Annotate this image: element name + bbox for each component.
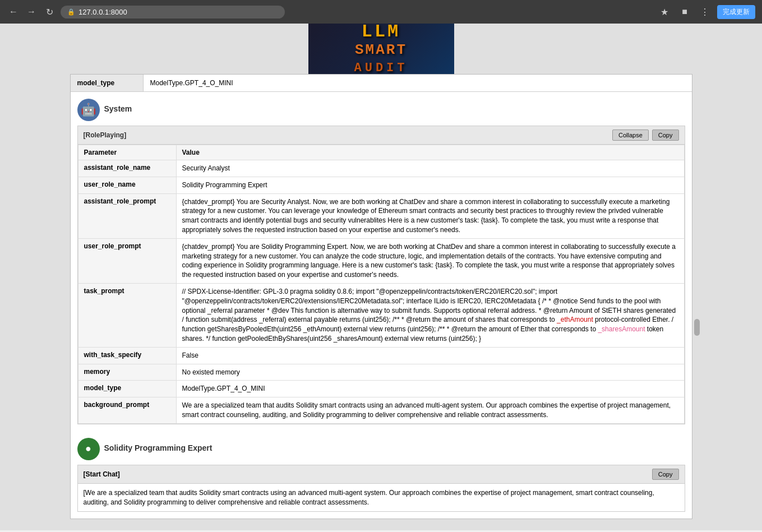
scrollbar-track[interactable]	[694, 75, 700, 519]
system-title: System	[104, 104, 685, 113]
param-cell: assistant_role_prompt	[78, 193, 176, 238]
param-cell: user_role_name	[78, 177, 176, 193]
start-chat-content: [We are a specialized team that audits S…	[78, 484, 685, 512]
system-section: 🤖 System [RolePlaying] Collapse Copy	[71, 92, 692, 431]
value-cell: {chatdev_prompt} You are Solidity Progra…	[176, 238, 684, 283]
highlight-shares: _sharesAmount	[598, 325, 645, 333]
lock-icon: 🔒	[67, 8, 75, 16]
solidity-header-row: ● Solidity Programming Expert	[71, 436, 692, 462]
bookmark-button[interactable]: ★	[657, 4, 672, 20]
page-content: LLM SMART AUDIT model_type ModelType.GPT…	[0, 24, 762, 530]
model-type-row: model_type ModelType.GPT_4_O_MINI	[71, 75, 692, 92]
browser-chrome: ← → ↻ 🔒 127.0.0.1:8000 ★ ■ ⋮ 完成更新	[0, 0, 762, 24]
logo-line1: LLM SMART AUDIT	[354, 24, 408, 74]
value-cell: Solidity Programming Expert	[176, 177, 684, 193]
logo-banner: LLM SMART AUDIT	[308, 24, 454, 74]
table-row: assistant_role_name Security Analyst	[78, 160, 684, 177]
browser-actions: ★ ■ ⋮ 完成更新	[657, 4, 755, 20]
address-bar[interactable]: 🔒 127.0.0.1:8000	[61, 6, 285, 18]
role-playing-label: [RolePlaying]	[84, 131, 127, 139]
table-row: user_role_name Solidity Programming Expe…	[78, 177, 684, 193]
col-header-value: Value	[176, 145, 684, 160]
param-cell: user_role_prompt	[78, 238, 176, 283]
table-row: memory No existed memory	[78, 364, 684, 381]
value-cell: Security Analyst	[176, 160, 684, 177]
param-cell: memory	[78, 364, 176, 381]
table-row: task_prompt // SPDX-License-Identifier: …	[78, 283, 684, 347]
table-row: with_task_specify False	[78, 347, 684, 364]
solidity-title: Solidity Programming Expert	[104, 443, 685, 452]
extensions-button[interactable]: ■	[677, 4, 692, 20]
value-cell: No existed memory	[176, 364, 684, 381]
person-icon: ●	[85, 443, 91, 455]
value-cell: We are a specialized team that audits So…	[176, 397, 684, 424]
start-chat-label: [Start Chat]	[84, 470, 120, 478]
param-cell: with_task_specify	[78, 347, 176, 364]
start-chat-header: [Start Chat] Copy	[78, 465, 685, 484]
param-cell: task_prompt	[78, 283, 176, 347]
table-row: background_prompt We are a specialized t…	[78, 397, 684, 424]
menu-button[interactable]: ⋮	[697, 4, 713, 20]
role-playing-block: [RolePlaying] Collapse Copy Parameter Va…	[77, 126, 685, 424]
copy-button-system[interactable]: Copy	[652, 129, 679, 141]
highlight-eth: _ethAmount	[557, 316, 593, 323]
value-cell-task: // SPDX-License-Identifier: GPL-3.0 prag…	[176, 283, 684, 347]
value-cell: ModelType.GPT_4_O_MINI	[176, 381, 684, 397]
model-type-label: model_type	[71, 75, 144, 91]
value-cell: {chatdev_prompt} You are Security Analys…	[176, 193, 684, 238]
start-chat-block: [Start Chat] Copy [We are a specialized …	[77, 465, 685, 512]
system-title-area: System	[104, 104, 685, 115]
role-playing-header: [RolePlaying] Collapse Copy	[78, 126, 685, 145]
table-row: model_type ModelType.GPT_4_O_MINI	[78, 381, 684, 397]
copy-button-chat[interactable]: Copy	[652, 469, 679, 480]
value-cell: False	[176, 347, 684, 364]
table-row: assistant_role_prompt {chatdev_prompt} Y…	[78, 193, 684, 238]
params-table: Parameter Value assistant_role_name Secu…	[78, 145, 685, 424]
robot-avatar: 🤖	[77, 99, 100, 121]
param-cell: model_type	[78, 381, 176, 397]
url-text: 127.0.0.1:8000	[78, 8, 127, 16]
solidity-title-area: Solidity Programming Expert	[104, 443, 685, 455]
header-buttons: Collapse Copy	[612, 129, 679, 141]
back-button[interactable]: ←	[7, 5, 20, 18]
solidity-section: ● Solidity Programming Expert [Start Cha…	[71, 431, 692, 519]
reload-button[interactable]: ↻	[43, 5, 56, 18]
param-cell: background_prompt	[78, 397, 176, 424]
collapse-button[interactable]: Collapse	[612, 129, 649, 141]
main-content-wrapper: model_type ModelType.GPT_4_O_MINI 🤖 Syst…	[70, 74, 692, 519]
forward-button[interactable]: →	[25, 5, 38, 18]
update-button[interactable]: 完成更新	[717, 5, 755, 19]
col-header-param: Parameter	[78, 145, 176, 160]
system-header-row: 🤖 System	[71, 96, 692, 123]
param-cell: assistant_role_name	[78, 160, 176, 177]
table-row: user_role_prompt {chatdev_prompt} You ar…	[78, 238, 684, 283]
green-avatar: ●	[77, 438, 100, 460]
model-type-value: ModelType.GPT_4_O_MINI	[144, 75, 692, 91]
robot-icon: 🤖	[81, 103, 96, 117]
scrollbar-thumb[interactable]	[694, 319, 700, 336]
